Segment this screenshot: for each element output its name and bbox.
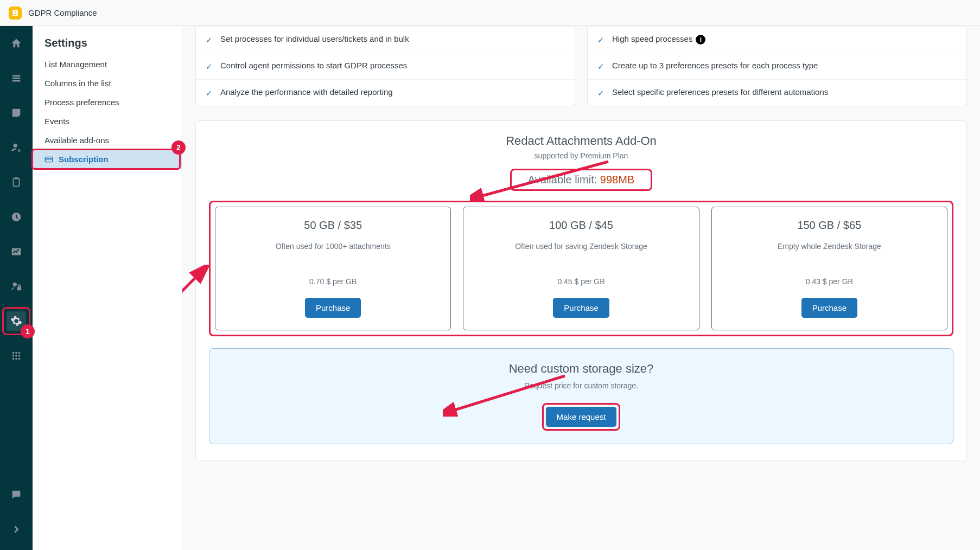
check-icon: ✓ — [206, 35, 213, 45]
svg-point-11 — [18, 352, 21, 354]
plan-desc: Empty whole Zendesk Storage — [721, 241, 938, 263]
svg-point-16 — [15, 358, 17, 360]
feature-row: ✓Create up to 3 preferences presets for … — [588, 53, 966, 80]
sidebar-item-process-preferences[interactable]: Process preferences — [33, 93, 182, 112]
svg-point-13 — [15, 355, 17, 357]
card-icon — [44, 155, 53, 164]
feature-text: Set processes for individual users/ticke… — [220, 34, 409, 43]
feature-col-left: ✓Set processes for individual users/tick… — [195, 26, 575, 106]
check-icon: ✓ — [597, 35, 604, 45]
plan-150gb: 150 GB / $65 Empty whole Zendesk Storage… — [711, 207, 947, 330]
info-icon[interactable]: i — [696, 35, 705, 44]
chat-icon[interactable] — [7, 485, 26, 504]
sidebar-item-label: Available add-ons — [44, 136, 109, 145]
svg-point-14 — [18, 355, 21, 357]
custom-storage-box: Need custom storage size? Request price … — [209, 348, 953, 444]
svg-point-17 — [18, 358, 21, 360]
app-logo — [9, 7, 22, 20]
plan-desc: Often used for saving Zendesk Storage — [472, 241, 690, 263]
clipboard-icon[interactable] — [7, 172, 26, 192]
feature-row: ✓High speed processesi — [588, 27, 966, 53]
page-title: GDPR Compliance — [28, 8, 97, 17]
limit-value: 998MB — [600, 174, 634, 186]
addon-title: Redact Attachments Add-On — [209, 134, 953, 148]
user-remove-icon[interactable] — [7, 138, 26, 157]
grid-icon[interactable] — [7, 346, 26, 366]
sidebar-item-events[interactable]: Events — [33, 112, 182, 131]
feature-row: ✓Analyze the performance with detailed r… — [196, 80, 575, 106]
chevron-right-icon[interactable] — [7, 520, 26, 539]
svg-point-2 — [14, 144, 17, 148]
svg-rect-8 — [17, 287, 21, 290]
sidebar-item-subscription[interactable]: Subscription 2 — [33, 150, 182, 169]
svg-point-7 — [13, 283, 17, 286]
sidebar-item-label: Columns in the list — [44, 79, 111, 88]
clock-icon[interactable] — [7, 207, 26, 227]
feature-text: Control agent permissions to start GDPR … — [220, 61, 407, 70]
custom-title: Need custom storage size? — [222, 362, 940, 376]
svg-point-12 — [12, 355, 15, 357]
plans-highlight: 50 GB / $35 Often used for 1000+ attachm… — [209, 201, 953, 336]
sidebar-item-label: Events — [44, 117, 69, 126]
feature-text: Select specific preferences presets for … — [612, 87, 828, 97]
feature-columns: ✓Set processes for individual users/tick… — [195, 26, 967, 106]
inbox-icon[interactable] — [7, 103, 26, 123]
sidebar-item-label: Subscription — [59, 155, 109, 164]
settings-sidebar: Settings List Management Columns in the … — [33, 26, 182, 550]
purchase-button[interactable]: Purchase — [305, 298, 361, 318]
svg-point-15 — [12, 358, 15, 360]
nav-rail: 1 — [0, 26, 33, 550]
plan-rate: 0.43 $ per GB — [721, 277, 938, 286]
plan-100gb: 100 GB / $45 Often used for saving Zende… — [463, 207, 699, 330]
plans-row: 50 GB / $35 Often used for 1000+ attachm… — [215, 207, 947, 330]
custom-sub: Request price for custom storage. — [222, 381, 940, 390]
svg-rect-3 — [14, 178, 20, 187]
svg-rect-19 — [45, 158, 52, 159]
chart-icon[interactable] — [7, 242, 26, 261]
check-icon: ✓ — [206, 88, 213, 98]
topbar: GDPR Compliance — [0, 0, 980, 26]
home-icon[interactable] — [7, 34, 26, 53]
purchase-button[interactable]: Purchase — [553, 298, 609, 318]
feature-text: High speed processes — [612, 34, 692, 43]
plan-50gb: 50 GB / $35 Often used for 1000+ attachm… — [215, 207, 451, 330]
check-icon: ✓ — [597, 88, 604, 98]
sidebar-title: Settings — [33, 37, 182, 55]
feature-col-right: ✓High speed processesi ✓Create up to 3 p… — [587, 26, 967, 106]
svg-point-1 — [15, 11, 16, 12]
sidebar-item-columns[interactable]: Columns in the list — [33, 74, 182, 93]
limit-label: Available limit: — [528, 174, 600, 186]
svg-point-9 — [12, 352, 15, 354]
purchase-button[interactable]: Purchase — [801, 298, 857, 318]
sidebar-item-list-management[interactable]: List Management — [33, 55, 182, 74]
svg-point-10 — [15, 352, 17, 354]
check-icon: ✓ — [597, 62, 604, 72]
feature-text: Create up to 3 preferences presets for e… — [612, 61, 818, 70]
plan-head: 50 GB / $35 — [224, 219, 442, 232]
plan-head: 150 GB / $65 — [721, 219, 938, 232]
sidebar-item-available-addons[interactable]: Available add-ons — [33, 131, 182, 150]
make-request-button[interactable]: Make request — [546, 407, 617, 427]
sidebar-item-label: Process preferences — [44, 98, 119, 107]
annotation-badge-1: 1 — [21, 324, 35, 338]
plan-head: 100 GB / $45 — [472, 219, 690, 232]
feature-text: Analyze the performance with detailed re… — [220, 87, 393, 97]
feature-row: ✓Set processes for individual users/tick… — [196, 27, 575, 53]
svg-rect-4 — [15, 177, 18, 180]
plan-rate: 0.70 $ per GB — [224, 277, 442, 286]
plan-rate: 0.45 $ per GB — [472, 277, 690, 286]
user-lock-icon[interactable] — [7, 277, 26, 296]
list-icon[interactable] — [7, 68, 26, 88]
make-request-highlight: Make request — [542, 403, 621, 431]
sidebar-item-label: List Management — [44, 60, 107, 69]
main-content: ✓Set processes for individual users/tick… — [182, 26, 980, 550]
plan-desc: Often used for 1000+ attachments — [224, 241, 442, 263]
addon-card: Redact Attachments Add-On supported by P… — [195, 120, 967, 461]
check-icon: ✓ — [206, 62, 213, 72]
svg-rect-0 — [12, 10, 17, 16]
available-limit-box: Available limit: 998MB — [510, 169, 652, 191]
feature-row: ✓Select specific preferences presets for… — [588, 80, 966, 106]
addon-subtitle: supported by Premium Plan — [209, 151, 953, 160]
feature-row: ✓Control agent permissions to start GDPR… — [196, 53, 575, 80]
